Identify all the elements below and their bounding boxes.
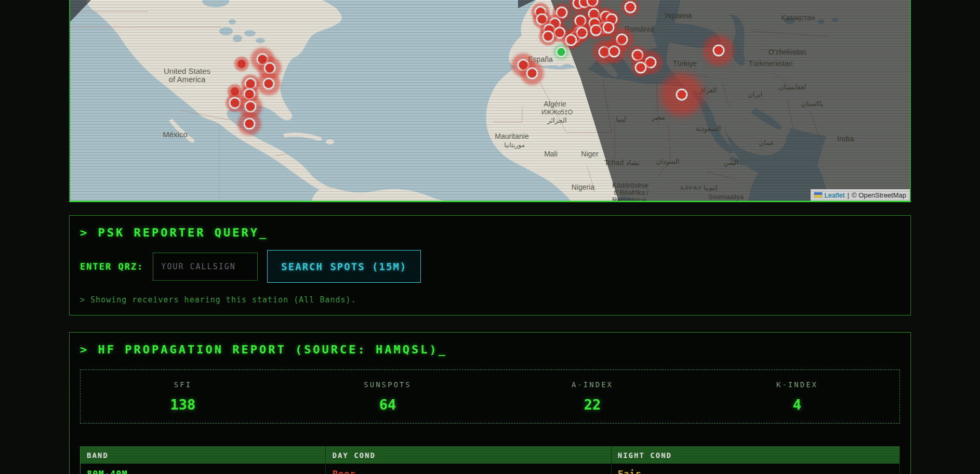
spot-marker[interactable] (635, 62, 647, 74)
map-label: Nigeria (572, 183, 594, 191)
map-label: México (163, 130, 188, 139)
stat-sunspots: SUNSPOTS64 (285, 380, 490, 413)
stat-a-index: A-INDEX22 (490, 380, 695, 413)
map-label: اليمن (724, 159, 739, 166)
band-cell: 80M-40M (81, 464, 326, 474)
map-label: O'zbekiston (769, 48, 806, 56)
map-label: Ködörösêse (612, 181, 648, 189)
map-label: ኢትዮጵያ إثيوبيا (680, 184, 718, 191)
map-label: Mali (544, 150, 558, 158)
spots-map[interactable]: United Statesof AmericaMéxicoEspañaAlgér… (69, 0, 911, 202)
map-label: Soomaaliya (708, 193, 744, 201)
map-label: of America (169, 75, 206, 84)
map-attribution: Leaflet | © OpenStreetMap (811, 189, 910, 201)
map-label: ایران (748, 90, 762, 98)
psk-query-panel: > PSK REPORTER QUERY_ ENTER QRZ: SEARCH … (69, 215, 911, 315)
spot-marker[interactable] (676, 89, 688, 101)
map-label: الجزائر (547, 116, 567, 124)
spot-marker[interactable] (229, 97, 241, 109)
map-label: عمان (759, 139, 774, 147)
map-label: Украина (664, 11, 692, 20)
stat-sfi: SFI138 (81, 380, 285, 413)
map-label: ИЖЖо5‡О (541, 109, 573, 116)
solar-stats-box: SFI138SUNSPOTS64A-INDEX22K-INDEX4 (80, 370, 900, 424)
stat-value: 22 (490, 397, 695, 413)
map-label: مصر (652, 113, 665, 121)
band-conditions-header-row: BANDDAY CONDNIGHT COND (81, 447, 900, 464)
spot-marker[interactable] (554, 27, 566, 39)
map-label: افغانستان (779, 83, 806, 91)
station-marker[interactable] (556, 47, 567, 58)
map-label: România (625, 25, 654, 33)
map-label: Türkiye (673, 59, 697, 68)
map-label: العراق (699, 86, 717, 94)
column-header-night-cond: NIGHT COND (611, 447, 899, 464)
spot-marker[interactable] (713, 45, 725, 57)
propagation-panel: > HF PROPAGATION REPORT (SOURCE: HAMQSL)… (69, 332, 911, 474)
stat-k-index: K-INDEX4 (695, 380, 899, 413)
band-condition-row: 80M-40MPoorFair (81, 464, 900, 474)
spot-marker[interactable] (576, 27, 588, 39)
spot-marker[interactable] (608, 46, 620, 58)
query-status-line: > Showing receivers hearing this station… (80, 295, 900, 305)
map-label: ليبيا (616, 115, 626, 123)
spot-marker[interactable] (556, 7, 568, 19)
search-spots-button[interactable]: SEARCH SPOTS (15M) (267, 250, 421, 283)
spot-marker[interactable] (536, 14, 548, 25)
world-map-graphic (70, 0, 910, 201)
query-panel-heading: > PSK REPORTER QUERY_ (80, 226, 900, 240)
spot-marker[interactable] (244, 88, 256, 100)
attribution-separator: | (847, 191, 849, 199)
stat-label: SFI (81, 380, 285, 389)
map-label: Algérie (544, 100, 566, 108)
spot-marker[interactable] (237, 60, 246, 68)
spot-marker[interactable] (632, 49, 644, 61)
ukraine-flag-icon (814, 192, 822, 198)
stat-label: K-INDEX (695, 380, 899, 389)
map-label: tî Bêafrîka / (614, 189, 648, 196)
map-label: India (837, 134, 854, 143)
callsign-input[interactable] (153, 253, 258, 281)
map-label: Türkmenistan (749, 59, 793, 68)
map-label: موريتانيا (504, 141, 525, 149)
osm-attribution[interactable]: © OpenStreetMap (852, 191, 906, 199)
night-cond-cell: Fair (611, 464, 899, 474)
psk-terminal-page: United Statesof AmericaMéxicoEspañaAlgér… (0, 0, 980, 474)
map-label: Niger (581, 150, 598, 158)
spot-marker[interactable] (244, 118, 256, 130)
spot-marker[interactable] (616, 34, 628, 46)
spot-marker[interactable] (542, 31, 554, 43)
spot-marker[interactable] (526, 68, 538, 80)
spot-marker[interactable] (603, 22, 615, 34)
map-label: السعودية (696, 125, 721, 133)
map-label: Tchad تشاد (604, 159, 640, 167)
band-conditions-table: BANDDAY CONDNIGHT COND 80M-40MPoorFair (80, 446, 900, 474)
spot-marker[interactable] (245, 101, 257, 113)
stat-value: 64 (285, 397, 490, 413)
stat-value: 4 (695, 397, 899, 413)
spot-marker[interactable] (263, 78, 275, 90)
map-label: Mauritanie (495, 132, 528, 140)
day-cond-cell: Poor (326, 464, 611, 474)
spot-marker[interactable] (565, 34, 577, 46)
column-header-band: BAND (81, 447, 326, 464)
map-label: پاکستان (801, 100, 824, 108)
qrz-label: ENTER QRZ: (80, 261, 143, 272)
map-label: السودان (656, 157, 680, 165)
spot-marker[interactable] (575, 15, 587, 27)
stat-label: A-INDEX (490, 380, 695, 389)
stat-label: SUNSPOTS (285, 380, 490, 389)
spot-marker[interactable] (231, 87, 239, 96)
query-form-row: ENTER QRZ: SEARCH SPOTS (15M) (80, 250, 900, 283)
column-header-day-cond: DAY COND (326, 447, 611, 464)
map-label: Қазақстан (782, 14, 815, 22)
spot-marker[interactable] (590, 24, 602, 36)
leaflet-link[interactable]: Leaflet (825, 191, 845, 199)
spot-marker[interactable] (625, 2, 637, 14)
map-label: United States (164, 67, 210, 75)
propagation-panel-heading: > HF PROPAGATION REPORT (SOURCE: HAMQSL)… (80, 343, 900, 357)
spot-marker[interactable] (264, 62, 276, 74)
stat-value: 138 (81, 397, 285, 413)
map-label: République (612, 196, 646, 203)
map-label: España (528, 55, 552, 63)
